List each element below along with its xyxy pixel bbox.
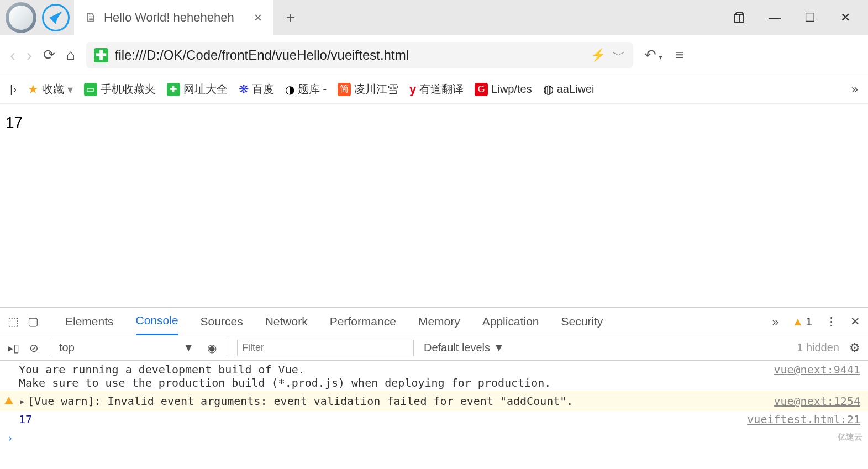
maximize-button[interactable]: ☐ [803, 10, 817, 25]
log-info: You are running a development build of V… [0, 361, 868, 392]
tab-network[interactable]: Network [265, 308, 308, 335]
context-selector[interactable]: top▼ [59, 341, 197, 354]
bookmarks-bar: |› ★收藏 ▾ ▭手机收藏夹 ✚网址大全 ❋百度 ◑题库 - 简凌川江雪 y有… [0, 75, 868, 104]
bookmarks-overflow-icon[interactable]: » [851, 82, 858, 97]
tab-performance[interactable]: Performance [330, 308, 396, 335]
bookmark-liwp[interactable]: GLiwp/tes [475, 83, 532, 96]
back-button[interactable]: ‹ [10, 46, 15, 65]
profile-avatar[interactable] [6, 2, 36, 33]
log-source-link[interactable]: vue@next:9441 [774, 363, 860, 376]
devtools-close-icon[interactable]: ✕ [850, 315, 860, 328]
tab-console[interactable]: Console [136, 307, 178, 335]
reload-button[interactable]: ⟳ [43, 46, 55, 64]
console-prompt[interactable]: › [0, 428, 868, 448]
clear-console-icon[interactable]: ⊘ [29, 341, 39, 355]
forward-button[interactable]: › [27, 46, 32, 65]
tab-sources[interactable]: Sources [201, 308, 243, 335]
console-sidebar-toggle-icon[interactable]: ▸▯ [8, 341, 19, 355]
devtools-menu-icon[interactable]: ⋮ [825, 315, 837, 328]
url-text: file:///D:/OK/Code/frontEnd/vueHello/vue… [115, 48, 409, 63]
home-button[interactable]: ⌂ [66, 46, 75, 64]
inspect-element-icon[interactable]: ⬚ [8, 315, 19, 328]
tab-elements[interactable]: Elements [65, 308, 114, 335]
devtools-tabs: ⬚ ▢ Elements Console Sources Network Per… [0, 308, 868, 335]
window-close-button[interactable]: ✕ [838, 10, 853, 25]
hidden-count[interactable]: 1 hidden [797, 341, 839, 354]
log-value: 17 vueiftest.html:21 [0, 410, 868, 428]
bookmark-favorites[interactable]: ★收藏 ▾ [28, 82, 73, 97]
bookmark-tiku[interactable]: ◑题库 - [285, 82, 327, 97]
console-toolbar: ▸▯ ⊘ top▼ ◉ Default levels ▼ 1 hidden ⚙ [0, 335, 868, 361]
browser-tab[interactable]: 🗎 Hello World! heheheheh × [74, 0, 273, 35]
browser-logo-icon[interactable] [42, 4, 70, 31]
console-settings-icon[interactable]: ⚙ [849, 341, 860, 355]
security-shield-icon: ✚ [94, 48, 108, 62]
filter-input[interactable] [237, 340, 414, 356]
tab-title: Hello World! heheheheh [104, 10, 234, 25]
bookmark-ling[interactable]: 简凌川江雪 [338, 82, 398, 97]
file-icon: 🗎 [85, 10, 97, 25]
live-expression-icon[interactable]: ◉ [207, 341, 217, 355]
tabs-overflow-icon[interactable]: » [772, 315, 779, 328]
bookmark-youdao[interactable]: y有道翻译 [409, 82, 464, 97]
url-chevron-down-icon[interactable]: ﹀ [612, 46, 625, 64]
fast-icon[interactable]: ⚡ [591, 48, 606, 62]
new-tab-button[interactable]: + [273, 0, 308, 35]
address-bar: ‹ › ⟳ ⌂ ✚ file:///D:/OK/Code/frontEnd/vu… [0, 35, 868, 75]
bookmark-baidu[interactable]: ❋百度 [239, 82, 274, 97]
log-source-link[interactable]: vueiftest.html:21 [747, 413, 860, 426]
log-levels-selector[interactable]: Default levels ▼ [424, 341, 504, 354]
page-value: 17 [6, 114, 23, 131]
wardrobe-icon[interactable] [732, 10, 746, 25]
url-input[interactable]: ✚ file:///D:/OK/Code/frontEnd/vueHello/v… [86, 42, 633, 68]
bookmark-aaliwei[interactable]: ◍aaLiwei [543, 82, 595, 97]
tab-memory[interactable]: Memory [418, 308, 460, 335]
log-source-link[interactable]: vue@next:1254 [774, 394, 860, 408]
log-warning: ▸[Vue warn]: Invalid event arguments: ev… [0, 392, 868, 410]
warning-count[interactable]: ▲1 [792, 315, 812, 328]
sniffer-button[interactable]: |› [10, 83, 17, 96]
devtools-panel: ⬚ ▢ Elements Console Sources Network Per… [0, 307, 868, 469]
device-toggle-icon[interactable]: ▢ [28, 315, 39, 328]
minimize-button[interactable]: — [767, 10, 782, 25]
tab-application[interactable]: Application [482, 308, 539, 335]
bookmark-mobile[interactable]: ▭手机收藏夹 [84, 82, 156, 97]
watermark: 亿速云 [838, 432, 862, 442]
bookmark-sites[interactable]: ✚网址大全 [167, 82, 228, 97]
window-controls: — ☐ ✕ [732, 0, 868, 35]
tab-security[interactable]: Security [561, 308, 603, 335]
console-output: You are running a development build of V… [0, 361, 868, 469]
page-content: 17 [0, 104, 868, 262]
titlebar: 🗎 Hello World! heheheheh × + — ☐ ✕ [0, 0, 868, 35]
undo-button[interactable]: ↶ ▾ [644, 46, 662, 64]
menu-button[interactable]: ≡ [676, 46, 684, 64]
expand-icon[interactable]: ▸ [19, 394, 25, 408]
tab-close-icon[interactable]: × [254, 10, 262, 25]
